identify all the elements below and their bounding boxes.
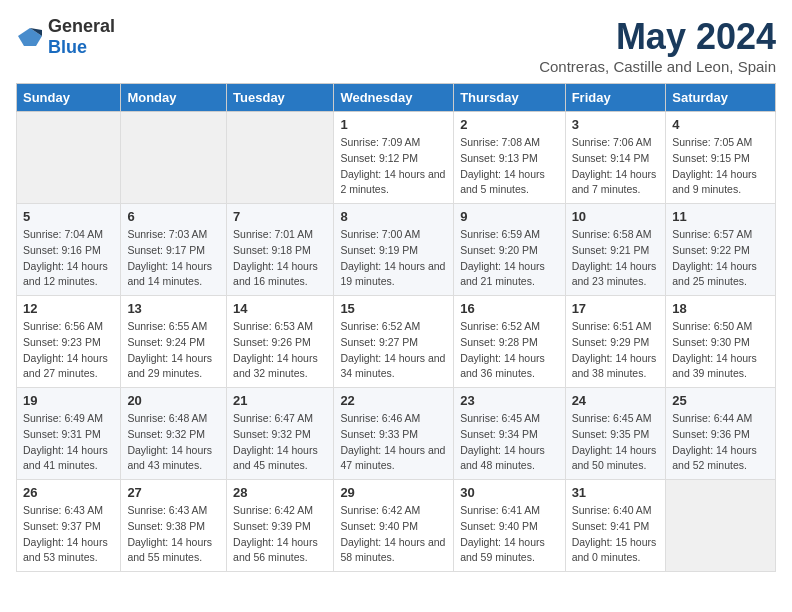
day-info: Sunrise: 7:06 AMSunset: 9:14 PMDaylight:…	[572, 135, 660, 198]
day-cell: 2Sunrise: 7:08 AMSunset: 9:13 PMDaylight…	[454, 112, 565, 204]
day-number: 14	[233, 301, 327, 316]
day-cell: 27Sunrise: 6:43 AMSunset: 9:38 PMDayligh…	[121, 480, 227, 572]
day-info: Sunrise: 6:40 AMSunset: 9:41 PMDaylight:…	[572, 503, 660, 566]
calendar-header-row: SundayMondayTuesdayWednesdayThursdayFrid…	[17, 84, 776, 112]
day-number: 22	[340, 393, 447, 408]
day-number: 15	[340, 301, 447, 316]
day-cell: 28Sunrise: 6:42 AMSunset: 9:39 PMDayligh…	[227, 480, 334, 572]
day-info: Sunrise: 7:08 AMSunset: 9:13 PMDaylight:…	[460, 135, 558, 198]
day-cell: 16Sunrise: 6:52 AMSunset: 9:28 PMDayligh…	[454, 296, 565, 388]
col-header-saturday: Saturday	[666, 84, 776, 112]
logo: General Blue	[16, 16, 115, 58]
week-row-2: 5Sunrise: 7:04 AMSunset: 9:16 PMDaylight…	[17, 204, 776, 296]
day-cell	[227, 112, 334, 204]
day-cell: 13Sunrise: 6:55 AMSunset: 9:24 PMDayligh…	[121, 296, 227, 388]
day-info: Sunrise: 6:41 AMSunset: 9:40 PMDaylight:…	[460, 503, 558, 566]
day-cell: 21Sunrise: 6:47 AMSunset: 9:32 PMDayligh…	[227, 388, 334, 480]
day-number: 4	[672, 117, 769, 132]
day-number: 23	[460, 393, 558, 408]
day-cell: 1Sunrise: 7:09 AMSunset: 9:12 PMDaylight…	[334, 112, 454, 204]
logo-text-general: General	[48, 16, 115, 36]
logo-icon	[16, 26, 44, 48]
day-info: Sunrise: 7:09 AMSunset: 9:12 PMDaylight:…	[340, 135, 447, 198]
day-number: 6	[127, 209, 220, 224]
main-title: May 2024	[539, 16, 776, 58]
day-info: Sunrise: 7:04 AMSunset: 9:16 PMDaylight:…	[23, 227, 114, 290]
day-info: Sunrise: 6:45 AMSunset: 9:35 PMDaylight:…	[572, 411, 660, 474]
day-number: 7	[233, 209, 327, 224]
day-number: 28	[233, 485, 327, 500]
day-info: Sunrise: 7:01 AMSunset: 9:18 PMDaylight:…	[233, 227, 327, 290]
day-info: Sunrise: 7:05 AMSunset: 9:15 PMDaylight:…	[672, 135, 769, 198]
day-info: Sunrise: 7:00 AMSunset: 9:19 PMDaylight:…	[340, 227, 447, 290]
day-cell: 9Sunrise: 6:59 AMSunset: 9:20 PMDaylight…	[454, 204, 565, 296]
day-number: 19	[23, 393, 114, 408]
day-cell: 22Sunrise: 6:46 AMSunset: 9:33 PMDayligh…	[334, 388, 454, 480]
day-info: Sunrise: 6:42 AMSunset: 9:40 PMDaylight:…	[340, 503, 447, 566]
day-info: Sunrise: 6:56 AMSunset: 9:23 PMDaylight:…	[23, 319, 114, 382]
day-info: Sunrise: 6:45 AMSunset: 9:34 PMDaylight:…	[460, 411, 558, 474]
day-cell: 5Sunrise: 7:04 AMSunset: 9:16 PMDaylight…	[17, 204, 121, 296]
day-number: 11	[672, 209, 769, 224]
day-number: 20	[127, 393, 220, 408]
day-cell: 23Sunrise: 6:45 AMSunset: 9:34 PMDayligh…	[454, 388, 565, 480]
day-cell: 7Sunrise: 7:01 AMSunset: 9:18 PMDaylight…	[227, 204, 334, 296]
day-info: Sunrise: 6:44 AMSunset: 9:36 PMDaylight:…	[672, 411, 769, 474]
day-cell: 24Sunrise: 6:45 AMSunset: 9:35 PMDayligh…	[565, 388, 666, 480]
day-number: 9	[460, 209, 558, 224]
day-info: Sunrise: 6:59 AMSunset: 9:20 PMDaylight:…	[460, 227, 558, 290]
day-info: Sunrise: 6:43 AMSunset: 9:37 PMDaylight:…	[23, 503, 114, 566]
day-info: Sunrise: 6:52 AMSunset: 9:28 PMDaylight:…	[460, 319, 558, 382]
day-info: Sunrise: 6:46 AMSunset: 9:33 PMDaylight:…	[340, 411, 447, 474]
col-header-wednesday: Wednesday	[334, 84, 454, 112]
day-number: 21	[233, 393, 327, 408]
day-info: Sunrise: 7:03 AMSunset: 9:17 PMDaylight:…	[127, 227, 220, 290]
day-number: 16	[460, 301, 558, 316]
title-area: May 2024 Contreras, Castille and Leon, S…	[539, 16, 776, 75]
day-cell: 25Sunrise: 6:44 AMSunset: 9:36 PMDayligh…	[666, 388, 776, 480]
day-cell: 15Sunrise: 6:52 AMSunset: 9:27 PMDayligh…	[334, 296, 454, 388]
week-row-5: 26Sunrise: 6:43 AMSunset: 9:37 PMDayligh…	[17, 480, 776, 572]
day-cell: 30Sunrise: 6:41 AMSunset: 9:40 PMDayligh…	[454, 480, 565, 572]
day-cell	[666, 480, 776, 572]
page-header: General Blue May 2024 Contreras, Castill…	[16, 16, 776, 75]
day-info: Sunrise: 6:43 AMSunset: 9:38 PMDaylight:…	[127, 503, 220, 566]
day-info: Sunrise: 6:55 AMSunset: 9:24 PMDaylight:…	[127, 319, 220, 382]
week-row-1: 1Sunrise: 7:09 AMSunset: 9:12 PMDaylight…	[17, 112, 776, 204]
day-number: 3	[572, 117, 660, 132]
day-number: 29	[340, 485, 447, 500]
day-cell	[17, 112, 121, 204]
day-info: Sunrise: 6:58 AMSunset: 9:21 PMDaylight:…	[572, 227, 660, 290]
day-number: 2	[460, 117, 558, 132]
logo-text-blue: Blue	[48, 37, 87, 57]
col-header-thursday: Thursday	[454, 84, 565, 112]
week-row-3: 12Sunrise: 6:56 AMSunset: 9:23 PMDayligh…	[17, 296, 776, 388]
day-cell: 10Sunrise: 6:58 AMSunset: 9:21 PMDayligh…	[565, 204, 666, 296]
day-info: Sunrise: 6:51 AMSunset: 9:29 PMDaylight:…	[572, 319, 660, 382]
day-cell: 14Sunrise: 6:53 AMSunset: 9:26 PMDayligh…	[227, 296, 334, 388]
col-header-monday: Monday	[121, 84, 227, 112]
day-cell: 18Sunrise: 6:50 AMSunset: 9:30 PMDayligh…	[666, 296, 776, 388]
day-number: 27	[127, 485, 220, 500]
day-number: 10	[572, 209, 660, 224]
col-header-sunday: Sunday	[17, 84, 121, 112]
day-cell: 11Sunrise: 6:57 AMSunset: 9:22 PMDayligh…	[666, 204, 776, 296]
day-info: Sunrise: 6:47 AMSunset: 9:32 PMDaylight:…	[233, 411, 327, 474]
day-number: 24	[572, 393, 660, 408]
calendar-table: SundayMondayTuesdayWednesdayThursdayFrid…	[16, 83, 776, 572]
day-number: 18	[672, 301, 769, 316]
subtitle: Contreras, Castille and Leon, Spain	[539, 58, 776, 75]
day-cell: 19Sunrise: 6:49 AMSunset: 9:31 PMDayligh…	[17, 388, 121, 480]
day-cell: 12Sunrise: 6:56 AMSunset: 9:23 PMDayligh…	[17, 296, 121, 388]
calendar-body: 1Sunrise: 7:09 AMSunset: 9:12 PMDaylight…	[17, 112, 776, 572]
day-number: 8	[340, 209, 447, 224]
day-number: 12	[23, 301, 114, 316]
day-number: 31	[572, 485, 660, 500]
day-info: Sunrise: 6:52 AMSunset: 9:27 PMDaylight:…	[340, 319, 447, 382]
day-info: Sunrise: 6:53 AMSunset: 9:26 PMDaylight:…	[233, 319, 327, 382]
day-number: 17	[572, 301, 660, 316]
day-number: 26	[23, 485, 114, 500]
day-info: Sunrise: 6:49 AMSunset: 9:31 PMDaylight:…	[23, 411, 114, 474]
col-header-friday: Friday	[565, 84, 666, 112]
day-info: Sunrise: 6:57 AMSunset: 9:22 PMDaylight:…	[672, 227, 769, 290]
